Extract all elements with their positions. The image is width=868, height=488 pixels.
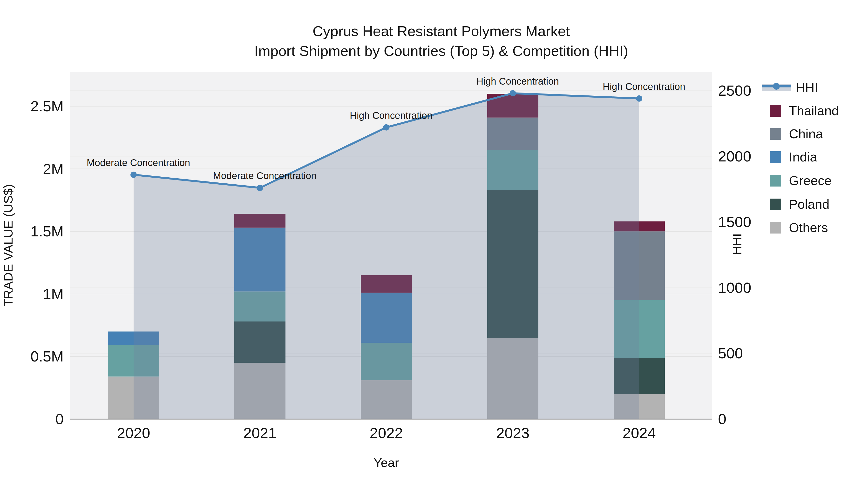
x-axis-tick-2022: 2022: [370, 425, 403, 441]
annotation-2024: High Concentration: [603, 81, 685, 92]
hhi-marker-2020: [130, 171, 137, 178]
x-axis-title: Year: [373, 456, 399, 470]
legend-label-greece: Greece: [789, 173, 832, 188]
legend-swatch-india: [770, 151, 781, 163]
x-axis-tick-2023: 2023: [496, 425, 529, 441]
legend-label-thailand: Thailand: [789, 103, 839, 118]
legend-swatch-others: [770, 222, 781, 233]
left-axis-tick-0.5M: 0.5M: [30, 348, 64, 365]
right-axis-tick-500: 500: [718, 345, 743, 361]
hhi-marker-2024: [636, 95, 642, 102]
legend-label-poland: Poland: [789, 197, 830, 212]
legend-hhi-marker: [773, 83, 780, 90]
x-axis-tick-2020: 2020: [117, 425, 150, 441]
chart-title-line2: Import Shipment by Countries (Top 5) & C…: [254, 43, 628, 59]
left-axis-tick-1.5M: 1.5M: [30, 223, 64, 239]
x-axis-tick-2024: 2024: [623, 425, 656, 441]
right-axis-tick-1500: 1500: [718, 214, 751, 230]
right-axis-tick-1000: 1000: [718, 279, 751, 296]
hhi-marker-2021: [257, 185, 263, 191]
chart-figure: Moderate ConcentrationModerate Concentra…: [0, 0, 868, 488]
right-axis-tick-2000: 2000: [718, 148, 751, 165]
legend-label-china: China: [789, 127, 823, 141]
left-axis-tick-1M: 1M: [43, 286, 64, 302]
left-axis-tick-0: 0: [56, 411, 64, 427]
legend-label-hhi: HHI: [796, 80, 818, 95]
annotation-2020: Moderate Concentration: [87, 157, 190, 168]
right-axis-tick-2500: 2500: [718, 82, 751, 99]
left-axis-title: TRADE VALUE (US$): [1, 184, 15, 306]
legend-label-india: India: [789, 150, 817, 164]
chart-dynamic-layer: Moderate ConcentrationModerate Concentra…: [30, 72, 839, 441]
legend-swatch-poland: [770, 199, 781, 210]
annotation-2023: High Concentration: [476, 76, 559, 87]
x-axis-tick-2021: 2021: [243, 425, 277, 441]
hhi-marker-2022: [383, 124, 390, 131]
legend-swatch-thailand: [770, 105, 781, 117]
left-axis-tick-2M: 2M: [43, 161, 64, 177]
legend-label-others: Others: [789, 220, 828, 235]
hhi-marker-2023: [510, 90, 516, 96]
right-axis-title: HHI: [730, 233, 744, 255]
chart-canvas: Moderate ConcentrationModerate Concentra…: [0, 0, 868, 488]
annotation-2022: High Concentration: [350, 110, 432, 121]
annotation-2021: Moderate Concentration: [213, 170, 316, 181]
chart-title-line1: Cyprus Heat Resistant Polymers Market: [313, 23, 570, 39]
legend-swatch-greece: [770, 175, 781, 187]
legend-swatch-china: [770, 128, 781, 140]
left-axis-tick-2.5M: 2.5M: [30, 98, 64, 115]
right-axis-tick-0: 0: [718, 411, 726, 427]
